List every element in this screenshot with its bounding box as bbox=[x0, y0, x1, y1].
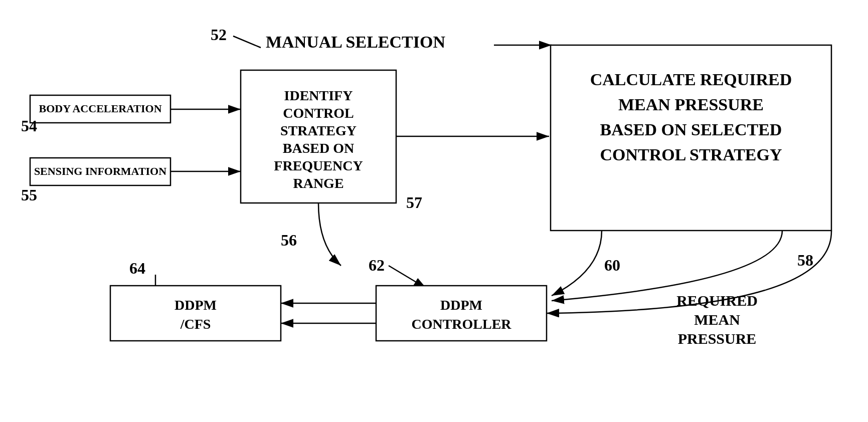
calc-label-4: CONTROL STRATEGY bbox=[600, 145, 782, 164]
identify-label-2: CONTROL bbox=[283, 105, 354, 121]
required-mean-label-2: MEAN bbox=[694, 311, 740, 328]
ddpm-cfs-label-2: /CFS bbox=[180, 316, 211, 332]
manual-selection-label: MANUAL SELECTION bbox=[266, 33, 445, 51]
diagram: 52 MANUAL SELECTION BODY ACCELERATION 54… bbox=[0, 0, 868, 422]
ddpm-cfs-box bbox=[110, 286, 281, 341]
identify-label-1: IDENTIFY bbox=[284, 88, 353, 103]
label-56: 56 bbox=[281, 231, 297, 249]
identify-label-3: STRATEGY bbox=[280, 123, 357, 138]
ddpm-controller-box bbox=[376, 286, 547, 341]
ddpm-controller-label-2: CONTROLLER bbox=[411, 316, 511, 332]
label-58: 58 bbox=[797, 251, 813, 269]
label-57: 57 bbox=[406, 193, 422, 212]
label-52: 52 bbox=[211, 26, 227, 44]
body-acceleration-label: BODY ACCELERATION bbox=[39, 102, 161, 115]
calc-label-3: BASED ON SELECTED bbox=[600, 120, 782, 139]
label-54: 54 bbox=[21, 117, 37, 135]
calc-label-2: MEAN PRESSURE bbox=[618, 95, 764, 114]
label-60: 60 bbox=[604, 256, 620, 274]
calc-label-1: CALCULATE REQUIRED bbox=[590, 70, 792, 89]
identify-label-6: RANGE bbox=[293, 175, 343, 191]
label-64: 64 bbox=[129, 259, 145, 277]
ddpm-controller-label-1: DDPM bbox=[440, 297, 482, 313]
label-62: 62 bbox=[369, 256, 385, 274]
sensing-info-label: SENSING INFORMATION bbox=[34, 165, 166, 177]
ddpm-cfs-label-1: DDPM bbox=[175, 297, 217, 313]
identify-label-5: FREQUENCY bbox=[274, 158, 363, 173]
identify-label-4: BASED ON bbox=[283, 140, 354, 156]
required-mean-label-3: PRESSURE bbox=[678, 330, 757, 347]
label-55: 55 bbox=[21, 186, 37, 204]
